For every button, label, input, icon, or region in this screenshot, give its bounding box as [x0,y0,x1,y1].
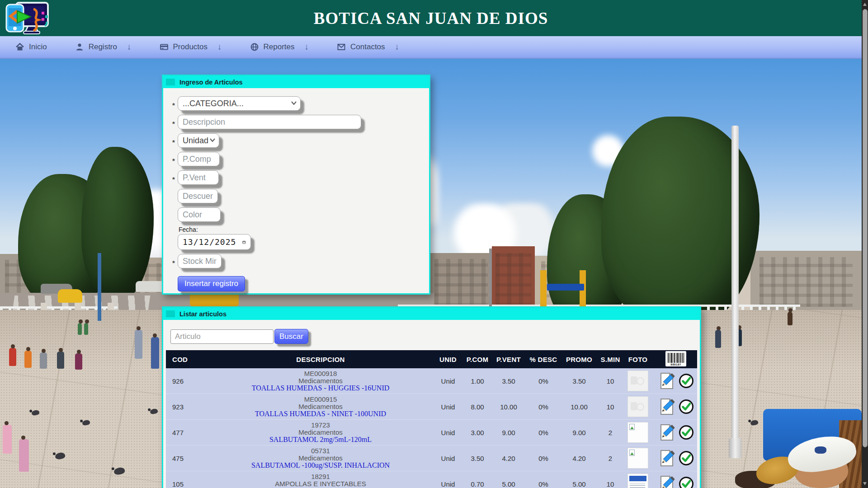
row-smin: 10 [596,480,624,488]
row-product-link[interactable]: SALBUTAMOL 2mg/5mL-120mL [208,436,434,443]
edit-icon[interactable] [657,371,676,390]
building-brick [492,246,535,312]
row-smin: 2 [596,429,624,436]
nav-item-inicio[interactable]: Inicio [15,42,47,52]
check-icon[interactable] [678,399,694,415]
required-marker: * [170,136,178,146]
row-cod: 475 [166,455,208,462]
row-description: 18291 AMPOLLAS E INYECTABLES BENCILPENIC… [208,473,434,488]
row-description: ME000918 Medicamentos TOALLAS HUMEDAS - … [208,370,434,392]
nav-item-contactos[interactable]: Contactos ↓ [337,42,399,52]
row-category: Medicamentos [208,377,434,385]
edit-icon[interactable] [657,474,676,488]
row-product-link[interactable]: SALBUTAMOL -100ug/SUSP. INHALACION [208,462,434,469]
check-icon[interactable] [678,373,694,389]
row-promo: 3.50 [562,377,596,385]
page-scrollbar[interactable] [862,0,868,488]
nav-item-reportes[interactable]: Reportes ↓ [250,42,309,52]
row-pvent: 10.00 [492,403,525,411]
fecha-label: Fecha: [179,226,429,233]
required-marker: * [170,154,178,164]
nav-label: Registro [89,42,117,52]
building [750,251,862,312]
required-marker: * [170,99,178,109]
row-product-link[interactable]: TOALLAS HUMEDAS - HUGGIES -16UNID [208,385,434,392]
row-product-link[interactable]: TOALLAS HUMEDAS - NINET -100UNID [208,410,434,418]
row-cod: 105 [166,480,208,488]
fecha-input[interactable]: 13/12/2025 [178,234,251,250]
chevron-down-icon: ↓ [127,42,132,52]
shop-pillar [540,270,547,312]
nav-item-registro[interactable]: Registro ↓ [75,42,132,52]
row-pcom: 0.70 [462,480,492,488]
globe-icon [250,42,259,52]
column-header-foto: FOTO [624,356,651,363]
check-icon[interactable] [678,476,694,488]
calendar-icon[interactable] [242,238,246,246]
chevron-down-icon: ↓ [217,42,222,52]
row-pvent: 9.00 [492,429,525,436]
column-header-unid: UNID [434,356,462,363]
row-desc-pct: 0% [525,377,562,385]
row-unid: Unid [434,455,462,462]
stockmin-input[interactable] [178,254,222,268]
moto-taxi [58,289,82,303]
row-desc-pct: 0% [525,455,562,462]
table-row: 475 05731 Medicamentos SALBUTAMOL -100ug… [166,446,697,471]
person-figure [40,352,47,369]
color-input[interactable] [178,207,221,222]
row-foto [624,474,651,488]
pvent-input[interactable] [178,170,219,185]
foto-thumb [627,371,648,391]
table-body: 926 ME000918 Medicamentos TOALLAS HUMEDA… [166,368,697,488]
edit-icon[interactable] [657,397,676,416]
row-ref-code: ME000915 [208,396,434,403]
edit-icon[interactable] [657,449,676,468]
column-header-cod: COD [166,356,208,363]
row-description: 19723 Medicamentos SALBUTAMOL 2mg/5mL-12… [208,422,434,443]
person-figure [715,330,721,348]
row-actions [651,371,700,390]
row-foto [624,371,651,391]
check-icon[interactable] [678,424,694,441]
row-unid: Unid [434,403,462,411]
row-actions [651,474,700,488]
table-row: 923 ME000915 Medicamentos TOALLAS HUMEDA… [166,394,697,420]
building [429,253,493,311]
row-cod: 926 [166,377,208,385]
categoria-select[interactable]: ...CATEGORIA... [178,96,301,111]
buscar-button[interactable]: Buscar [274,329,308,344]
descuento-input[interactable] [178,189,218,203]
row-actions [651,423,700,442]
barcode-icon: 889107 [665,351,686,366]
column-header-smin: S.MIN [596,356,624,363]
column-header-desc: % DESC [525,356,562,363]
row-description: ME000915 Medicamentos TOALLAS HUMEDAS - … [208,396,434,418]
person-figure [78,323,82,335]
cap-logo [815,446,826,454]
svg-text:889107: 889107 [670,363,681,366]
nav-item-productos[interactable]: Productos ↓ [160,42,222,52]
scrollbar-thumb[interactable] [863,9,868,447]
row-desc-pct: 0% [525,403,562,411]
nav-label: Contactos [350,42,385,52]
insertar-registro-button[interactable]: Insertar registro [178,276,245,291]
search-input[interactable] [170,329,274,344]
edit-icon[interactable] [657,423,676,442]
row-desc-pct: 0% [525,429,562,436]
unidad-select[interactable]: Unidad [178,133,219,148]
row-unid: Unid [434,480,462,488]
card-icon [160,42,169,52]
check-icon[interactable] [678,450,694,466]
pcomp-input[interactable] [178,152,220,166]
scroll-up-arrow-icon[interactable] [863,3,867,6]
listar-panel-title: Listar articulos [179,310,226,318]
row-ref-code: 18291 [208,473,434,480]
table-row: 477 19723 Medicamentos SALBUTAMOL 2mg/5m… [166,420,697,446]
descripcion-input[interactable] [178,115,361,129]
row-promo: 10.00 [562,403,596,411]
row-pcom: 8.00 [462,403,492,411]
column-header-pvent: P.VENT [492,356,525,363]
scroll-down-arrow-icon[interactable] [863,482,867,485]
person-figure [3,425,12,454]
